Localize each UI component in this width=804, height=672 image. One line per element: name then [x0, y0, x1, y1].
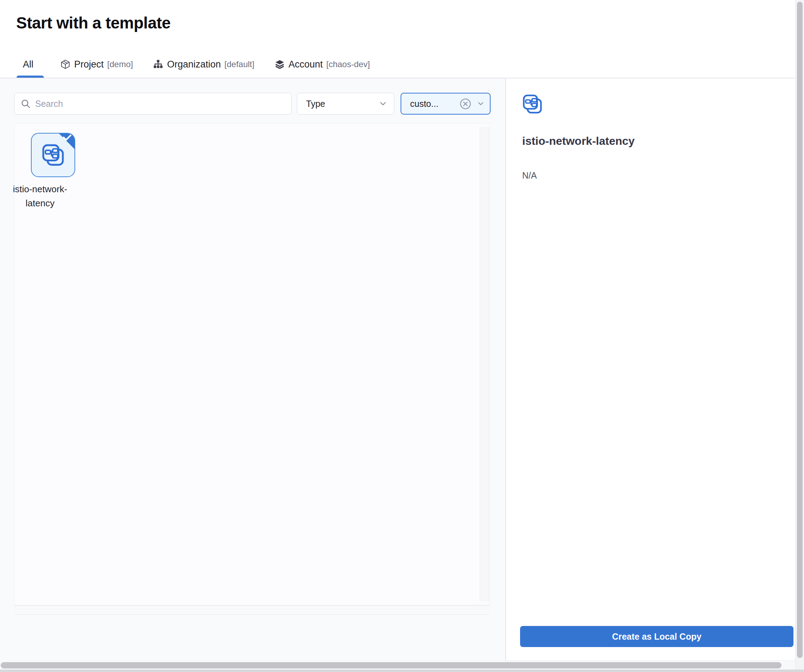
- details-title: istio-network-latency: [522, 135, 635, 148]
- tab-all[interactable]: All: [16, 59, 40, 70]
- org-chart-icon: [153, 59, 163, 69]
- vertical-scrollbar-thumb[interactable]: [797, 2, 802, 658]
- layers-icon: [275, 59, 284, 69]
- create-as-local-copy-button[interactable]: Create as Local Copy: [520, 626, 793, 647]
- template-tile: [31, 133, 75, 177]
- clear-filter-icon[interactable]: [459, 97, 472, 110]
- active-filter-label: custo...: [410, 99, 454, 109]
- start-with-template-dialog: Start with a template All Project [demo]…: [0, 0, 804, 672]
- type-filter-dropdown[interactable]: Type: [297, 93, 394, 114]
- type-filter-label: Type: [306, 99, 325, 109]
- page-title: Start with a template: [16, 13, 170, 32]
- template-browser: Type custo...: [0, 78, 505, 672]
- horizontal-scrollbar-thumb[interactable]: [1, 662, 781, 669]
- scope-tabs: All Project [demo] Organization [default…: [16, 55, 370, 74]
- search-input[interactable]: [35, 99, 285, 109]
- chevron-down-icon: [379, 100, 387, 108]
- template-grid-footer: [14, 605, 490, 615]
- template-details-panel: istio-network-latency N/A Create as Loca…: [505, 78, 795, 661]
- workflow-template-icon: [522, 94, 543, 114]
- tab-project-label: Project: [74, 59, 104, 70]
- search-box: [14, 93, 292, 114]
- tab-account[interactable]: Account [chaos-dev]: [275, 59, 370, 70]
- tab-all-label: All: [23, 59, 33, 70]
- tab-project-scope: [demo]: [107, 59, 133, 69]
- tab-organization[interactable]: Organization [default]: [153, 59, 255, 70]
- tab-organization-scope: [default]: [224, 59, 255, 69]
- tab-project[interactable]: Project [demo]: [60, 59, 133, 70]
- selected-checkmark-badge: [58, 133, 75, 150]
- window-bottom-edge: [0, 670, 804, 672]
- tab-organization-label: Organization: [167, 59, 221, 70]
- tab-account-scope: [chaos-dev]: [327, 59, 370, 69]
- template-card-istio-network-latency[interactable]: istio-network-latency: [31, 133, 136, 210]
- chevron-down-icon: [477, 100, 484, 107]
- details-description: N/A: [522, 170, 537, 181]
- template-name: istio-network-latency: [0, 182, 80, 210]
- cube-icon: [60, 59, 70, 69]
- active-filter-chip[interactable]: custo...: [400, 93, 490, 114]
- grid-scrollbar-track[interactable]: [480, 127, 489, 602]
- tab-account-label: Account: [289, 59, 323, 70]
- search-icon: [21, 99, 31, 109]
